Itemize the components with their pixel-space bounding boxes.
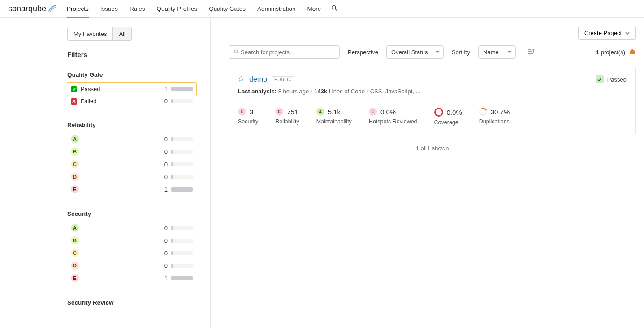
brand-suffix: qube — [28, 4, 46, 13]
metric-reliability[interactable]: E751Reliability — [275, 108, 299, 126]
facet-row[interactable]: E1 — [67, 183, 196, 196]
metric-value: 5.1k — [328, 108, 341, 116]
facet-row[interactable]: Failed0 — [67, 96, 196, 107]
facet-security: SecurityA0B0C0D0E1 — [67, 203, 196, 292]
facet-row[interactable]: A0 — [67, 222, 196, 234]
facet-row[interactable]: B0 — [67, 145, 196, 158]
facet-bar — [171, 99, 193, 103]
nav-more[interactable]: More — [307, 0, 321, 18]
project-count: 1 project(s) — [596, 48, 636, 57]
svg-line-1 — [335, 9, 337, 11]
metric-value: 0.0% — [380, 108, 396, 116]
nav-rules[interactable]: Rules — [130, 0, 145, 18]
quality-gate-label: Passed — [607, 76, 627, 83]
metric-value: 30.7% — [491, 108, 510, 116]
facet-title: Quality Gate — [67, 71, 196, 78]
facet-count: 1 — [164, 86, 168, 92]
nav-administration[interactable]: Administration — [257, 0, 296, 18]
metric-security[interactable]: E3Security — [238, 108, 258, 126]
visibility-badge: PUBLIC — [272, 76, 294, 83]
facet-count: 0 — [164, 225, 168, 231]
facet-count: 1 — [164, 275, 168, 282]
facet-count: 0 — [164, 237, 168, 244]
tab-all[interactable]: All — [112, 27, 131, 40]
last-analysis-label: Last analysis: — [238, 88, 277, 95]
facet-bar — [171, 187, 193, 192]
facet-bar — [171, 239, 193, 243]
facet-row[interactable]: D0 — [67, 170, 196, 183]
project-search[interactable] — [229, 45, 340, 59]
home-icon — [629, 48, 636, 55]
favorite-toggle[interactable] — [238, 75, 245, 83]
facet-row[interactable]: C0 — [67, 158, 196, 170]
sort-value: Name — [483, 49, 499, 56]
facet-row[interactable]: A0 — [67, 133, 196, 145]
coverage-ring-icon — [434, 108, 443, 117]
facet-count: 1 — [164, 186, 168, 193]
metric-caption: Duplications — [479, 118, 510, 125]
facet-row[interactable]: B0 — [67, 234, 196, 247]
nav-quality-profiles[interactable]: Quality Profiles — [156, 0, 197, 18]
facet-bar — [171, 87, 193, 91]
filters-title: Filters — [67, 51, 196, 58]
metric-caption: Reliability — [275, 118, 299, 125]
facet-quality-gate: Quality GatePassed1Failed0 — [67, 64, 196, 114]
facet-count: 0 — [164, 161, 168, 168]
languages: CSS, JavaScript, ... — [370, 88, 421, 95]
sort-label: Sort by — [452, 49, 470, 56]
rating-e-icon: E — [275, 108, 283, 116]
nav-projects[interactable]: Projects — [67, 0, 89, 18]
facet-count: 0 — [164, 98, 168, 105]
facet-title: Security Review — [67, 299, 196, 306]
project-meta: Last analysis: 8 hours ago • 143k Lines … — [238, 88, 627, 95]
perspective-value: Overall Status — [391, 49, 428, 56]
project-link[interactable]: demo — [249, 75, 267, 83]
brand-name: sonar — [8, 4, 28, 13]
facet-count: 0 — [164, 250, 168, 257]
sort-asc-icon — [527, 48, 535, 55]
rating-e-icon: E — [71, 274, 79, 282]
facet-row[interactable]: C0 — [67, 247, 196, 259]
project-count-label: project(s) — [601, 49, 625, 56]
metric-duplications[interactable]: 30.7%Duplications — [479, 108, 510, 126]
create-project-button[interactable]: Create Project — [578, 26, 636, 40]
perspective-select[interactable]: Overall Status — [386, 45, 444, 59]
metric-value: 751 — [287, 108, 298, 116]
home-button[interactable] — [629, 48, 636, 57]
metric-hotspots-reviewed[interactable]: E0.0%Hotspots Reviewed — [369, 108, 417, 126]
rating-c-icon: C — [71, 160, 79, 168]
facet-bar — [171, 276, 193, 280]
favorites-toggle: My Favorites All — [67, 27, 132, 41]
brand-logo[interactable]: sonarqube — [8, 4, 57, 14]
rating-a-icon: A — [316, 108, 324, 116]
sort-select[interactable]: Name — [478, 45, 516, 59]
nav-links: Projects Issues Rules Quality Profiles Q… — [67, 0, 321, 18]
svg-point-0 — [332, 6, 336, 9]
facet-row[interactable]: Passed1 — [67, 82, 197, 96]
sidebar-scroll[interactable]: My Favorites All Filters Quality GatePas… — [0, 18, 210, 327]
metric-coverage[interactable]: 0.0%Coverage — [434, 108, 462, 126]
rating-e-icon: E — [71, 185, 79, 193]
rating-e-icon: E — [238, 108, 246, 116]
sort-direction-button[interactable] — [527, 48, 535, 57]
project-search-input[interactable] — [240, 48, 335, 56]
facet-title: Reliability — [67, 122, 196, 128]
facet-row[interactable]: D0 — [67, 259, 196, 272]
check-icon — [596, 75, 604, 83]
facet-bar — [171, 175, 193, 179]
nav-issues[interactable]: Issues — [100, 0, 118, 18]
rating-d-icon: D — [71, 262, 79, 270]
sidebar: My Favorites All Filters Quality GatePas… — [0, 18, 211, 327]
metric-value: 3 — [250, 108, 253, 116]
search-icon — [233, 49, 240, 55]
facet-bar — [171, 226, 193, 230]
nav-quality-gates[interactable]: Quality Gates — [209, 0, 246, 18]
facet-count: 0 — [164, 148, 168, 155]
nav-search-button[interactable] — [331, 4, 338, 13]
last-analysis-value: 8 hours ago — [278, 88, 309, 95]
facet-row[interactable]: E1 — [67, 272, 196, 284]
search-icon — [331, 4, 338, 12]
loc-value: 143k — [314, 88, 327, 95]
tab-my-favorites[interactable]: My Favorites — [68, 27, 112, 40]
metric-maintainability[interactable]: A5.1kMaintainability — [316, 108, 352, 126]
